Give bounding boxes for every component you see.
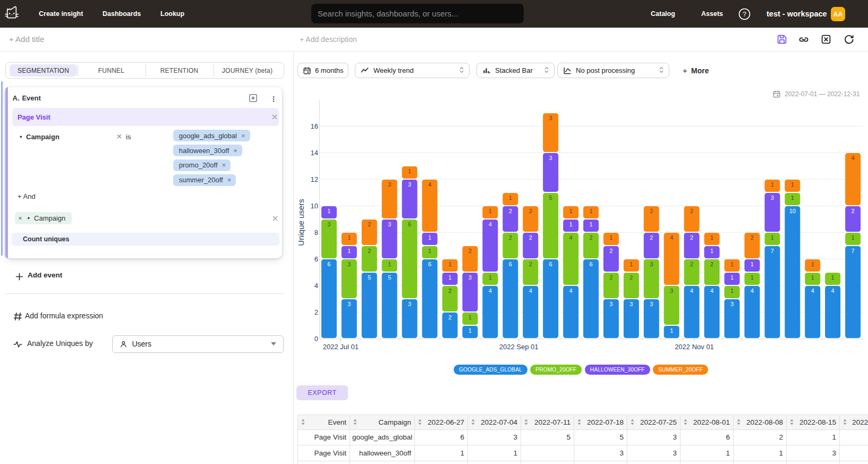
svg-text:8: 8: [314, 229, 318, 237]
svg-text:1: 1: [811, 274, 814, 281]
svg-text:1: 1: [469, 327, 472, 334]
svg-text:2: 2: [751, 234, 754, 241]
svg-text:1: 1: [569, 221, 573, 227]
svg-text:2: 2: [368, 221, 371, 227]
svg-text:1: 1: [347, 248, 351, 254]
svg-text:2: 2: [650, 234, 653, 241]
svg-text:7: 7: [852, 248, 855, 254]
svg-text:1: 1: [629, 261, 633, 267]
svg-text:2: 2: [589, 234, 592, 241]
svg-text:1: 1: [730, 274, 734, 281]
svg-text:2: 2: [469, 248, 472, 254]
svg-text:1: 1: [730, 288, 734, 294]
svg-text:3: 3: [388, 181, 391, 188]
svg-text:4: 4: [690, 288, 693, 294]
svg-text:6: 6: [428, 261, 431, 267]
svg-text:3: 3: [730, 301, 734, 307]
svg-text:4: 4: [811, 288, 814, 294]
svg-text:6: 6: [549, 261, 552, 267]
svg-text:2: 2: [710, 261, 713, 267]
svg-text:6: 6: [589, 261, 592, 267]
svg-text:14: 14: [311, 149, 318, 157]
svg-text:16: 16: [311, 122, 318, 130]
svg-text:1: 1: [327, 208, 330, 214]
svg-text:1: 1: [408, 168, 411, 174]
svg-text:7: 7: [771, 248, 774, 254]
svg-text:6: 6: [509, 261, 512, 267]
svg-text:1: 1: [751, 261, 754, 267]
svg-text:1: 1: [811, 261, 814, 267]
svg-text:4: 4: [489, 288, 492, 294]
svg-text:2: 2: [690, 208, 693, 214]
svg-text:4: 4: [428, 181, 431, 188]
svg-text:2: 2: [314, 308, 318, 316]
svg-text:4: 4: [710, 288, 713, 294]
svg-text:?: ?: [743, 11, 746, 18]
svg-text:1: 1: [469, 314, 472, 320]
svg-text:2: 2: [448, 314, 452, 320]
svg-text:2: 2: [690, 234, 693, 241]
svg-text:6: 6: [327, 261, 330, 267]
svg-text:1: 1: [428, 248, 431, 254]
svg-text:3: 3: [629, 301, 633, 307]
svg-text:5: 5: [388, 274, 391, 281]
svg-text:Unique users: Unique users: [296, 199, 305, 246]
svg-text:2: 2: [368, 248, 371, 254]
svg-text:2022 Jul 01: 2022 Jul 01: [323, 343, 359, 351]
svg-text:2: 2: [509, 208, 512, 214]
svg-text:2022 Nov 01: 2022 Nov 01: [675, 343, 714, 351]
svg-text:3: 3: [609, 301, 612, 307]
svg-text:1: 1: [771, 234, 774, 241]
svg-text:3: 3: [549, 115, 552, 121]
svg-text:2: 2: [448, 288, 452, 294]
svg-text:6: 6: [408, 221, 411, 227]
svg-text:1: 1: [347, 234, 351, 241]
svg-text:2: 2: [690, 261, 693, 267]
svg-text:1: 1: [609, 234, 612, 241]
svg-text:4: 4: [529, 288, 532, 294]
svg-text:1: 1: [489, 208, 492, 214]
svg-text:2022 Sep 01: 2022 Sep 01: [499, 343, 539, 351]
svg-text:3: 3: [650, 301, 653, 307]
svg-text:1: 1: [791, 195, 794, 201]
svg-text:1: 1: [428, 234, 431, 241]
svg-text:3: 3: [327, 221, 330, 227]
svg-text:2: 2: [629, 274, 633, 281]
svg-text:4: 4: [831, 288, 835, 294]
svg-text:3: 3: [347, 261, 351, 267]
svg-text:1: 1: [448, 274, 452, 281]
svg-text:1: 1: [710, 234, 713, 241]
svg-text:3: 3: [670, 288, 673, 294]
svg-text:2: 2: [609, 274, 612, 281]
svg-text:3: 3: [549, 155, 552, 161]
svg-text:5: 5: [549, 195, 552, 201]
svg-text:2: 2: [650, 208, 653, 214]
svg-text:2: 2: [529, 261, 532, 267]
svg-text:6: 6: [314, 255, 318, 263]
svg-text:1: 1: [569, 208, 573, 214]
svg-text:4: 4: [751, 288, 754, 294]
svg-text:2: 2: [509, 234, 512, 241]
svg-text:1: 1: [791, 181, 794, 188]
svg-text:3: 3: [771, 195, 774, 201]
svg-text:3: 3: [408, 301, 411, 307]
svg-text:5: 5: [368, 274, 371, 281]
svg-text:10: 10: [789, 208, 796, 214]
svg-text:2: 2: [529, 208, 532, 214]
svg-text:4: 4: [314, 282, 318, 290]
svg-text:3: 3: [347, 301, 351, 307]
svg-text:4: 4: [489, 221, 492, 227]
svg-text:2: 2: [529, 234, 532, 241]
svg-text:1: 1: [670, 327, 673, 334]
svg-text:1: 1: [710, 248, 713, 254]
svg-text:4: 4: [569, 288, 573, 294]
svg-text:0: 0: [314, 335, 318, 343]
svg-text:12: 12: [311, 175, 318, 183]
svg-text:1: 1: [751, 274, 754, 281]
svg-text:3: 3: [408, 181, 411, 188]
svg-text:3: 3: [469, 274, 472, 281]
svg-text:1: 1: [730, 261, 734, 267]
svg-text:1: 1: [489, 274, 492, 281]
svg-text:3: 3: [388, 221, 391, 227]
svg-text:4: 4: [670, 234, 673, 241]
